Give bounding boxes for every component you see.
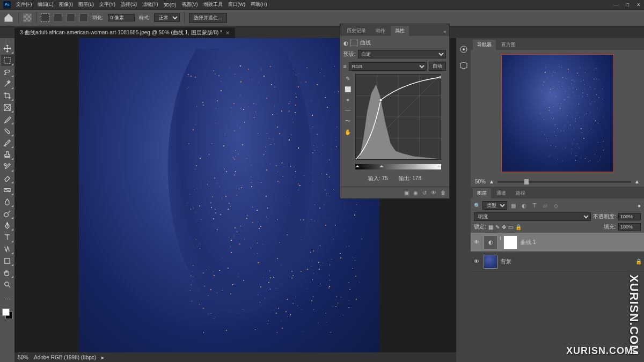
lock-icon[interactable]: 🔒 [635,258,642,264]
lock-art-icon[interactable]: ▭ [508,224,513,230]
menu-window[interactable]: 窗口(W) [228,1,246,8]
filter-smart-icon[interactable]: ◇ [552,202,560,209]
move-tool[interactable] [1,43,14,54]
sel-add[interactable] [54,13,62,22]
home-button[interactable] [3,12,14,23]
status-chevron-icon[interactable]: ▸ [101,354,104,360]
channel-select[interactable]: RGB [349,62,427,71]
sel-int[interactable] [79,13,88,22]
style-select[interactable]: 正常 [154,13,180,22]
path-tool[interactable] [1,243,14,255]
toggle-vis-icon[interactable]: 👁 [431,190,436,196]
minimize-icon[interactable]: — [614,2,619,8]
hand-tool[interactable] [1,267,14,278]
layer-thumbnail[interactable] [484,255,497,269]
sel-sub[interactable] [67,13,75,22]
menu-type[interactable]: 文字(Y) [99,1,115,8]
tab-properties[interactable]: 属性 [391,26,409,36]
swatches-panel-icon[interactable] [456,57,471,73]
close-icon[interactable]: ✕ [636,2,641,8]
hand-tool-icon[interactable]: ✋ [343,128,352,136]
layer-name[interactable]: 背景 [501,258,511,265]
toolbar-grabber[interactable]: ⋮⋮ [0,39,14,42]
navigator-thumbnail[interactable] [501,54,614,172]
menu-filter[interactable]: 滤镜(T) [142,1,158,8]
type-tool[interactable] [1,232,14,243]
menu-3d[interactable]: 3D(D) [164,2,177,8]
eyedropper-tool[interactable] [1,114,14,125]
clip-icon[interactable]: ▣ [404,190,409,196]
menu-help[interactable]: 帮助(H) [251,1,267,8]
visibility-icon[interactable]: 👁 [473,239,480,245]
stamp-tool[interactable] [1,149,14,160]
filter-adjust-icon[interactable]: ◐ [520,202,528,209]
layer-filter-select[interactable]: 类型 [482,201,507,210]
layer-background[interactable]: 👁 背景 🔒 [471,252,644,271]
dodge-tool[interactable] [1,208,14,219]
zoom-in-icon[interactable]: ▲ [634,179,640,184]
tab-actions[interactable]: 动作 [371,26,390,36]
input-gradient[interactable] [355,164,441,169]
nav-zoom-value[interactable]: 50% [475,179,486,184]
view-prev-icon[interactable]: ◉ [413,190,418,196]
opacity-input[interactable] [618,213,641,220]
filter-type-icon[interactable]: T [531,202,538,209]
tab-channels[interactable]: 通道 [492,188,510,198]
filter-toggle[interactable]: ● [638,203,641,209]
zoom-slider[interactable] [497,181,631,183]
preset-select[interactable]: 自定 [358,50,446,58]
heal-tool[interactable] [1,125,14,137]
tab-history[interactable]: 历史记录 [342,26,370,36]
tab-layers[interactable]: 图层 [473,188,491,198]
menu-plugins[interactable]: 增效工具 [203,1,223,8]
delete-icon[interactable]: 🗑 [441,190,446,196]
tab-close-icon[interactable]: ✕ [225,30,230,36]
maximize-icon[interactable]: □ [626,2,629,8]
zoom-out-icon[interactable]: ▲ [489,179,494,184]
menu-edit[interactable]: 编辑(E) [38,1,54,8]
zoom-tool[interactable] [1,279,14,290]
gradient-tool[interactable] [1,184,14,196]
menu-image[interactable]: 图像(I) [59,1,74,8]
smooth-tool[interactable]: 〜 [343,117,352,125]
menu-view[interactable]: 视图(V) [182,1,198,8]
layer-curves[interactable]: 👁 ◐⁞ 曲线 1 [471,233,644,252]
fill-input[interactable] [618,223,641,231]
lock-pos-icon[interactable]: ✥ [502,224,506,230]
document-tab[interactable]: 3-曲线adult-african-american-woman-art-108… [14,27,235,38]
output-value[interactable]: 178 [412,175,421,181]
menu-layer[interactable]: 图层(L) [78,1,94,8]
tab-navigator[interactable]: 导航器 [473,40,496,50]
lasso-tool[interactable] [1,67,14,78]
marquee-tool[interactable] [1,55,14,66]
sel-new[interactable] [41,13,49,22]
pencil-tool[interactable]: 〰 [343,106,352,115]
tab-paths[interactable]: 路径 [511,188,530,198]
wand-tool[interactable] [1,78,14,90]
feather-input[interactable] [108,14,135,21]
auto-button[interactable]: 自动 [429,62,446,71]
history-brush-tool[interactable] [1,161,14,172]
curves-graph[interactable] [355,74,441,160]
lock-paint-icon[interactable]: ✎ [495,224,500,230]
lock-all-icon[interactable]: 🔒 [515,224,522,230]
color-swatches[interactable] [2,308,13,319]
menu-select[interactable]: 选择(S) [121,1,137,8]
blend-mode-select[interactable]: 明度 [474,212,591,221]
filter-shape-icon[interactable]: ▱ [541,202,549,209]
tool-preset[interactable] [23,13,32,22]
visibility-icon[interactable]: 👁 [473,258,480,264]
lock-trans-icon[interactable]: ▦ [488,224,493,230]
menu-file[interactable]: 文件(F) [16,1,32,8]
crop-tool[interactable] [1,90,14,101]
tab-histogram[interactable]: 直方图 [497,40,520,50]
layer-name[interactable]: 曲线 1 [521,239,536,246]
color-panel-icon[interactable] [456,41,471,57]
sample-white[interactable]: ⬜ [343,85,352,93]
input-value[interactable]: 75 [382,175,388,181]
brush-tool[interactable] [1,137,14,149]
pen-tool[interactable] [1,220,14,231]
blur-tool[interactable] [1,196,14,208]
reset-icon[interactable]: ↺ [422,190,427,196]
eraser-tool[interactable] [1,173,14,184]
